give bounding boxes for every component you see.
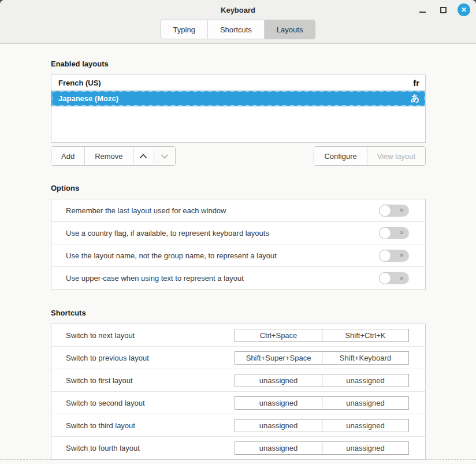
shortcuts-box: Switch to next layout Ctrl+Space Shift+C… [51,324,426,460]
layouts-page: Enabled layouts French (US) fr Japanese … [0,44,476,460]
layout-row-japanese[interactable]: Japanese (Mozc) あ [51,91,425,106]
option-row-upper-case: Use upper-case when using text to repres… [51,267,425,289]
shortcut-label: Switch to previous layout [66,354,235,362]
shortcut-label: Switch to second layout [66,399,235,407]
layout-name: Japanese (Mozc) [58,94,411,103]
option-row-remember-layout: Remember the last layout used for each w… [51,199,425,222]
layout-name: French (US) [58,79,413,87]
binding-cell-primary[interactable]: unassigned [235,419,322,432]
window-controls: ✕ [416,0,470,20]
binding-group: unassigned unassigned [235,419,409,432]
configure-button[interactable]: Configure [314,147,367,165]
option-label: Use a country flag, if available, to rep… [66,229,379,237]
binding-cell-primary[interactable]: Shift+Super+Space [235,351,322,365]
toggle-remember-layout[interactable]: ✕ [379,205,409,217]
layout-row-french[interactable]: French (US) fr [51,75,425,91]
layouts-button-row: Add Remove Configure View layout [51,146,426,166]
toggle-knob [379,205,391,217]
shortcut-row-previous-layout: Switch to previous layout Shift+Super+Sp… [51,347,425,369]
maximize-icon [440,7,447,13]
tab-group: Typing Shortcuts Layouts [161,20,316,39]
layout-indicator-badge: fr [413,78,419,88]
binding-group: unassigned unassigned [235,374,409,387]
scroll-edge-dashed-line [0,459,476,460]
toggle-knob [379,227,391,239]
list-edit-button-group: Add Remove [51,146,176,166]
tab-layouts[interactable]: Layouts [265,20,315,39]
maximize-button[interactable] [437,3,449,16]
binding-cell-secondary[interactable]: unassigned [322,441,409,455]
layout-action-button-group: Configure View layout [314,146,426,166]
tab-typing[interactable]: Typing [161,20,208,39]
option-row-country-flag: Use a country flag, if available, to rep… [51,222,425,244]
shortcut-row-second-layout: Switch to second layout unassigned unass… [51,392,425,414]
toggle-knob [379,250,391,262]
binding-cell-primary[interactable]: unassigned [235,441,322,455]
binding-cell-secondary[interactable]: Shift+Keyboard [322,351,409,365]
option-label: Use upper-case when using text to repres… [66,274,379,283]
window-header: Keyboard ✕ Typing Shortcuts Layouts [0,0,476,44]
layout-indicator-badge: あ [411,93,419,104]
move-up-button[interactable] [133,147,154,165]
shortcut-row-third-layout: Switch to third layout unassigned unassi… [51,414,425,437]
tabs-row: Typing Shortcuts Layouts [0,20,476,44]
option-label: Remember the last layout used for each w… [66,206,379,215]
option-row-layout-name: Use the layout name, not the group name,… [51,244,425,267]
toggle-off-icon: ✕ [399,276,404,281]
shortcut-label: Switch to next layout [66,331,235,340]
shortcuts-heading: Shortcuts [51,309,426,317]
binding-cell-primary[interactable]: unassigned [235,374,322,387]
shortcut-label: Switch to first layout [66,376,235,385]
enabled-layouts-heading: Enabled layouts [51,60,426,68]
toggle-country-flag[interactable]: ✕ [379,227,409,239]
window-title: Keyboard [221,6,255,14]
toggle-off-icon: ✕ [399,207,404,213]
toggle-off-icon: ✕ [399,230,404,236]
toggle-knob [379,272,391,284]
remove-button[interactable]: Remove [85,147,133,165]
shortcut-row-fourth-layout: Switch to fourth layout unassigned unass… [51,437,425,459]
shortcut-row-first-layout: Switch to first layout unassigned unassi… [51,369,425,392]
binding-group: Shift+Super+Space Shift+Keyboard [235,351,409,365]
shortcut-label: Switch to fourth layout [66,444,235,452]
binding-cell-secondary[interactable]: unassigned [322,374,409,387]
options-heading: Options [51,184,426,192]
binding-cell-secondary[interactable]: unassigned [322,419,409,432]
shortcut-label: Switch to third layout [66,421,235,430]
options-box: Remember the last layout used for each w… [51,199,426,290]
toggle-upper-case[interactable]: ✕ [379,272,409,284]
binding-group: unassigned unassigned [235,441,409,455]
binding-group: Ctrl+Space Shift+Ctrl+K [235,329,409,342]
binding-cell-primary[interactable]: unassigned [235,396,322,410]
binding-cell-secondary[interactable]: unassigned [322,396,409,410]
option-label: Use the layout name, not the group name,… [66,251,379,260]
minimize-icon [419,12,426,13]
close-icon: ✕ [461,6,467,13]
shortcut-row-next-layout: Switch to next layout Ctrl+Space Shift+C… [51,324,425,347]
toggle-layout-name[interactable]: ✕ [379,250,409,262]
chevron-up-icon [139,154,147,159]
view-layout-button[interactable]: View layout [367,147,425,165]
tab-shortcuts[interactable]: Shortcuts [208,20,265,39]
keyboard-settings-window: Keyboard ✕ Typing Shortcuts Layouts Enab… [0,0,476,464]
binding-group: unassigned unassigned [235,396,409,410]
add-button[interactable]: Add [51,147,85,165]
binding-cell-secondary[interactable]: Shift+Ctrl+K [322,329,409,342]
binding-cell-primary[interactable]: Ctrl+Space [235,329,322,342]
titlebar[interactable]: Keyboard ✕ [0,0,476,20]
enabled-layouts-list: French (US) fr Japanese (Mozc) あ [51,75,426,143]
close-button[interactable]: ✕ [458,3,470,16]
chevron-down-icon [161,154,169,159]
minimize-button[interactable] [416,3,429,16]
toggle-off-icon: ✕ [399,253,404,258]
move-down-button[interactable] [154,147,175,165]
